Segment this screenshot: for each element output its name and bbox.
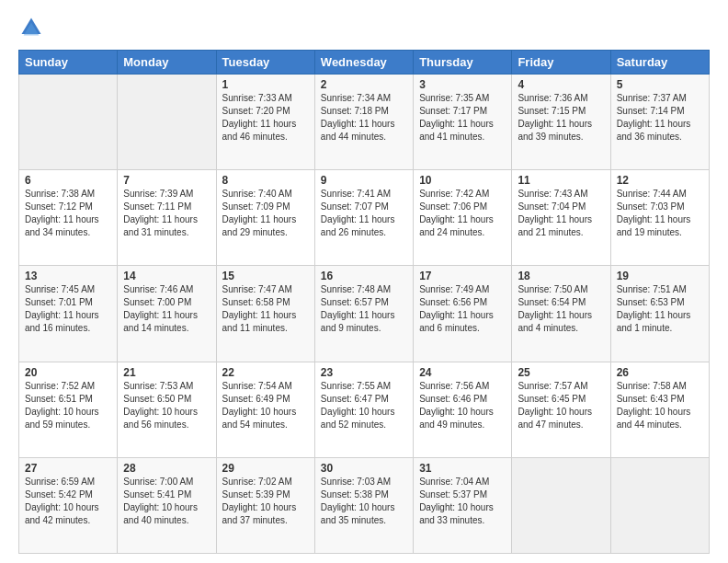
day-cell: 14Sunrise: 7:46 AM Sunset: 7:00 PM Dayli…	[118, 266, 216, 362]
day-cell: 18Sunrise: 7:50 AM Sunset: 6:54 PM Dayli…	[512, 266, 610, 362]
day-info: Sunrise: 7:45 AM Sunset: 7:01 PM Dayligh…	[25, 283, 111, 335]
header	[18, 15, 710, 40]
day-cell	[19, 75, 118, 170]
day-info: Sunrise: 7:36 AM Sunset: 7:15 PM Dayligh…	[518, 92, 604, 144]
day-cell: 16Sunrise: 7:48 AM Sunset: 6:57 PM Dayli…	[314, 266, 413, 362]
day-number: 10	[419, 174, 506, 187]
day-cell: 28Sunrise: 7:00 AM Sunset: 5:41 PM Dayli…	[118, 457, 216, 553]
day-info: Sunrise: 7:44 AM Sunset: 7:03 PM Dayligh…	[617, 188, 703, 239]
day-cell: 17Sunrise: 7:49 AM Sunset: 6:56 PM Dayli…	[414, 266, 512, 362]
day-cell: 1Sunrise: 7:33 AM Sunset: 7:20 PM Daylig…	[216, 75, 314, 170]
calendar-table: SundayMondayTuesdayWednesdayThursdayFrid…	[18, 50, 710, 554]
day-number: 27	[25, 462, 111, 475]
day-info: Sunrise: 7:50 AM Sunset: 6:54 PM Dayligh…	[518, 283, 604, 335]
day-cell: 30Sunrise: 7:03 AM Sunset: 5:38 PM Dayli…	[314, 457, 413, 553]
day-number: 13	[25, 270, 111, 282]
day-cell: 23Sunrise: 7:55 AM Sunset: 6:47 PM Dayli…	[314, 362, 413, 457]
day-number: 29	[222, 462, 309, 475]
day-info: Sunrise: 7:37 AM Sunset: 7:14 PM Dayligh…	[617, 92, 703, 144]
day-info: Sunrise: 7:40 AM Sunset: 7:09 PM Dayligh…	[222, 188, 309, 239]
col-header-tuesday: Tuesday	[216, 51, 314, 75]
day-number: 22	[222, 366, 309, 379]
day-number: 7	[123, 174, 210, 187]
col-header-friday: Friday	[512, 51, 610, 75]
day-number: 15	[222, 270, 309, 282]
logo-icon	[18, 15, 44, 40]
day-info: Sunrise: 7:57 AM Sunset: 6:45 PM Dayligh…	[518, 380, 604, 431]
week-row-3: 13Sunrise: 7:45 AM Sunset: 7:01 PM Dayli…	[19, 266, 710, 362]
day-info: Sunrise: 7:47 AM Sunset: 6:58 PM Dayligh…	[222, 283, 309, 335]
day-info: Sunrise: 7:04 AM Sunset: 5:37 PM Dayligh…	[419, 476, 506, 527]
day-cell: 4Sunrise: 7:36 AM Sunset: 7:15 PM Daylig…	[512, 75, 610, 170]
day-info: Sunrise: 7:41 AM Sunset: 7:07 PM Dayligh…	[321, 188, 407, 239]
day-number: 6	[25, 174, 111, 187]
day-number: 30	[321, 462, 407, 475]
day-cell: 29Sunrise: 7:02 AM Sunset: 5:39 PM Dayli…	[216, 457, 314, 553]
week-row-4: 20Sunrise: 7:52 AM Sunset: 6:51 PM Dayli…	[19, 362, 710, 457]
day-info: Sunrise: 7:00 AM Sunset: 5:41 PM Dayligh…	[123, 476, 210, 527]
day-cell	[610, 457, 709, 553]
day-cell: 21Sunrise: 7:53 AM Sunset: 6:50 PM Dayli…	[118, 362, 216, 457]
day-number: 23	[321, 366, 407, 379]
day-cell: 20Sunrise: 7:52 AM Sunset: 6:51 PM Dayli…	[19, 362, 118, 457]
week-row-5: 27Sunrise: 6:59 AM Sunset: 5:42 PM Dayli…	[19, 457, 710, 553]
day-number: 19	[617, 270, 703, 282]
day-info: Sunrise: 7:53 AM Sunset: 6:50 PM Dayligh…	[123, 380, 210, 431]
day-number: 16	[321, 270, 407, 282]
day-number: 12	[617, 174, 703, 187]
day-number: 11	[518, 174, 604, 187]
day-number: 24	[419, 366, 506, 379]
logo	[18, 15, 48, 40]
day-cell: 7Sunrise: 7:39 AM Sunset: 7:11 PM Daylig…	[118, 170, 216, 266]
day-info: Sunrise: 7:51 AM Sunset: 6:53 PM Dayligh…	[617, 283, 703, 335]
day-number: 18	[518, 270, 604, 282]
day-cell: 13Sunrise: 7:45 AM Sunset: 7:01 PM Dayli…	[19, 266, 118, 362]
day-number: 1	[222, 78, 309, 91]
day-number: 14	[123, 270, 210, 282]
day-info: Sunrise: 7:52 AM Sunset: 6:51 PM Dayligh…	[25, 380, 111, 431]
day-info: Sunrise: 7:34 AM Sunset: 7:18 PM Dayligh…	[321, 92, 407, 144]
day-cell: 25Sunrise: 7:57 AM Sunset: 6:45 PM Dayli…	[512, 362, 610, 457]
col-header-wednesday: Wednesday	[314, 51, 413, 75]
day-info: Sunrise: 7:56 AM Sunset: 6:46 PM Dayligh…	[419, 380, 506, 431]
day-info: Sunrise: 7:42 AM Sunset: 7:06 PM Dayligh…	[419, 188, 506, 239]
day-cell: 3Sunrise: 7:35 AM Sunset: 7:17 PM Daylig…	[414, 75, 512, 170]
day-info: Sunrise: 7:03 AM Sunset: 5:38 PM Dayligh…	[321, 476, 407, 527]
col-header-saturday: Saturday	[610, 51, 709, 75]
calendar-header-row: SundayMondayTuesdayWednesdayThursdayFrid…	[19, 51, 710, 75]
day-info: Sunrise: 7:49 AM Sunset: 6:56 PM Dayligh…	[419, 283, 506, 335]
day-info: Sunrise: 7:48 AM Sunset: 6:57 PM Dayligh…	[321, 283, 407, 335]
day-cell: 2Sunrise: 7:34 AM Sunset: 7:18 PM Daylig…	[314, 75, 413, 170]
day-number: 3	[419, 78, 506, 91]
col-header-thursday: Thursday	[414, 51, 512, 75]
day-info: Sunrise: 7:38 AM Sunset: 7:12 PM Dayligh…	[25, 188, 111, 239]
day-info: Sunrise: 7:43 AM Sunset: 7:04 PM Dayligh…	[518, 188, 604, 239]
day-number: 2	[321, 78, 407, 91]
day-cell: 12Sunrise: 7:44 AM Sunset: 7:03 PM Dayli…	[610, 170, 709, 266]
day-info: Sunrise: 7:58 AM Sunset: 6:43 PM Dayligh…	[617, 380, 703, 431]
day-number: 4	[518, 78, 604, 91]
day-cell: 22Sunrise: 7:54 AM Sunset: 6:49 PM Dayli…	[216, 362, 314, 457]
week-row-1: 1Sunrise: 7:33 AM Sunset: 7:20 PM Daylig…	[19, 75, 710, 170]
col-header-monday: Monday	[118, 51, 216, 75]
day-info: Sunrise: 7:46 AM Sunset: 7:00 PM Dayligh…	[123, 283, 210, 335]
day-info: Sunrise: 6:59 AM Sunset: 5:42 PM Dayligh…	[25, 476, 111, 527]
day-number: 28	[123, 462, 210, 475]
day-number: 17	[419, 270, 506, 282]
day-cell: 8Sunrise: 7:40 AM Sunset: 7:09 PM Daylig…	[216, 170, 314, 266]
day-cell: 27Sunrise: 6:59 AM Sunset: 5:42 PM Dayli…	[19, 457, 118, 553]
day-number: 25	[518, 366, 604, 379]
day-cell	[512, 457, 610, 553]
week-row-2: 6Sunrise: 7:38 AM Sunset: 7:12 PM Daylig…	[19, 170, 710, 266]
day-number: 31	[419, 462, 506, 475]
page: SundayMondayTuesdayWednesdayThursdayFrid…	[0, 0, 728, 563]
day-number: 26	[617, 366, 703, 379]
day-cell: 26Sunrise: 7:58 AM Sunset: 6:43 PM Dayli…	[610, 362, 709, 457]
col-header-sunday: Sunday	[19, 51, 118, 75]
day-cell: 19Sunrise: 7:51 AM Sunset: 6:53 PM Dayli…	[610, 266, 709, 362]
day-cell: 15Sunrise: 7:47 AM Sunset: 6:58 PM Dayli…	[216, 266, 314, 362]
day-cell: 24Sunrise: 7:56 AM Sunset: 6:46 PM Dayli…	[414, 362, 512, 457]
day-cell: 11Sunrise: 7:43 AM Sunset: 7:04 PM Dayli…	[512, 170, 610, 266]
day-number: 8	[222, 174, 309, 187]
day-info: Sunrise: 7:39 AM Sunset: 7:11 PM Dayligh…	[123, 188, 210, 239]
